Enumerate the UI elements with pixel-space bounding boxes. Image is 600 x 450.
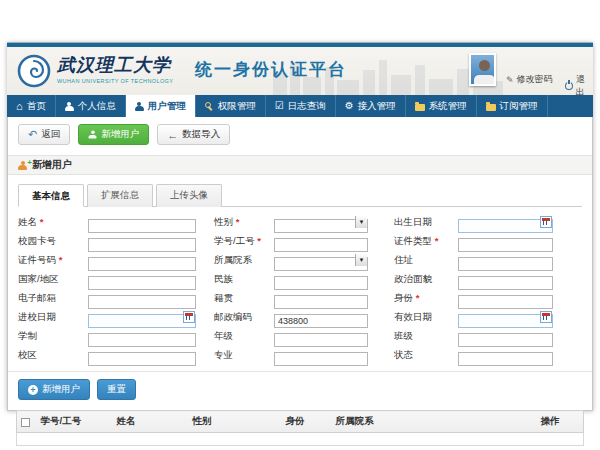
nav-item-label: 用户管理: [148, 100, 186, 113]
address-input[interactable]: [458, 257, 553, 271]
required-marker: *: [233, 216, 239, 227]
dropdown-icon[interactable]: ▼: [355, 254, 367, 266]
platform-title: 统一身份认证平台: [195, 58, 347, 81]
logout-link[interactable]: 退出: [565, 73, 593, 95]
university-name-en: WUHAN UNIVERSITY OF TECHNOLOGY: [57, 78, 173, 84]
nav-item-subscription-mgmt[interactable]: 订阅管理: [477, 95, 548, 117]
add-user-icon: [89, 130, 97, 138]
tab-extended-info[interactable]: 扩展信息: [87, 184, 153, 207]
status-label: 状态: [394, 349, 458, 362]
plus-circle-icon: +: [28, 385, 38, 395]
tab-basic-info[interactable]: 基本信息: [18, 184, 84, 207]
nav-item-access-mgmt[interactable]: ⚙接入管理: [336, 95, 406, 117]
data-import-button[interactable]: ← 数据导入: [157, 124, 230, 145]
valid-date-input[interactable]: [458, 314, 553, 328]
reset-button-label: 重置: [107, 383, 126, 396]
key-icon: [205, 102, 214, 111]
change-password-link[interactable]: ✎ 修改密码: [506, 73, 553, 86]
add-user-toolbar-button[interactable]: 新增用户: [78, 124, 149, 145]
nav-item-label: 日志查询: [288, 100, 326, 113]
ethnicity-input[interactable]: [274, 276, 368, 290]
id-type-label: 证件类型 *: [394, 235, 458, 248]
campus-label: 校区: [18, 349, 88, 362]
column-header: 操作: [537, 411, 584, 433]
import-icon: ←: [167, 129, 178, 141]
select-all-checkbox[interactable]: [21, 418, 30, 427]
name-control: [88, 215, 196, 229]
new-user-form: 姓名 *性别 *▼出生日期校园卡号学号/工号 *证件类型 *证件号码 *所属院系…: [8, 207, 592, 371]
calendar-icon[interactable]: [540, 216, 552, 228]
required-marker: *: [255, 235, 261, 246]
birth-date-label: 出生日期: [394, 216, 458, 229]
reset-button[interactable]: 重置: [97, 379, 136, 400]
campus-input[interactable]: [88, 352, 196, 366]
form-field-class: 班级: [394, 329, 570, 343]
birth-date-input[interactable]: [458, 219, 553, 233]
table-header-row: 学号/工号姓名性别身份所属院系操作: [17, 411, 584, 433]
status-input[interactable]: [458, 352, 553, 366]
user-avatar[interactable]: [469, 53, 496, 86]
empty-table-row: [17, 433, 584, 446]
postal-code-input[interactable]: [274, 314, 368, 328]
id-type-input[interactable]: [458, 238, 553, 252]
add-user-section-icon: +: [18, 161, 27, 170]
calendar-icon[interactable]: [540, 311, 552, 323]
nav-item-user-mgmt[interactable]: 用户管理: [126, 95, 196, 117]
gender-control: ▼: [274, 215, 368, 229]
dropdown-icon[interactable]: ▼: [355, 216, 367, 228]
nav-item-label: 接入管理: [358, 100, 396, 113]
email-control: [88, 291, 196, 305]
campus-card-no-input[interactable]: [88, 238, 196, 252]
id-number-control: [88, 253, 196, 267]
tab-strip: 基本信息扩展信息上传头像: [18, 183, 582, 207]
add-user-submit-label: 新增用户: [42, 383, 80, 396]
campus-card-no-label: 校园卡号: [18, 235, 88, 248]
name-input[interactable]: [88, 219, 196, 233]
native-place-control: [274, 291, 368, 305]
nav-item-system-mgmt[interactable]: 系统管理: [406, 95, 477, 117]
native-place-input[interactable]: [274, 295, 368, 309]
column-header: 性别: [189, 411, 282, 433]
form-field-campus: 校区: [18, 348, 206, 362]
section-title: 新增用户: [32, 158, 72, 172]
gender-input[interactable]: [274, 219, 368, 233]
folder-icon: [486, 104, 496, 111]
form-field-department: 所属院系▼: [214, 253, 386, 267]
form-field-student-id: 学号/工号 *: [214, 234, 386, 248]
valid-date-control: [458, 310, 553, 324]
student-id-input[interactable]: [274, 238, 368, 252]
education-length-input[interactable]: [88, 333, 196, 347]
nav-item-label: 系统管理: [429, 100, 467, 113]
political-status-input[interactable]: [458, 276, 553, 290]
nav-item-home[interactable]: ⌂首页: [7, 95, 56, 117]
form-field-major: 专业: [214, 348, 386, 362]
id-number-input[interactable]: [88, 257, 196, 271]
department-input[interactable]: [274, 257, 368, 271]
nav-item-label: 首页: [27, 100, 46, 113]
back-button[interactable]: ↶ 返回: [18, 124, 70, 145]
back-icon: ↶: [28, 128, 37, 141]
class-label: 班级: [394, 330, 458, 343]
nav-item-permission-mgmt[interactable]: 权限管理: [196, 95, 266, 117]
grade-input[interactable]: [274, 333, 368, 347]
valid-date-label: 有效日期: [394, 311, 458, 324]
header: 武汉理工大学 WUHAN UNIVERSITY OF TECHNOLOGY 统一…: [7, 47, 593, 95]
ethnicity-label: 民族: [214, 273, 274, 286]
university-name: 武汉理工大学: [57, 53, 173, 77]
country-region-input[interactable]: [88, 276, 196, 290]
department-control: ▼: [274, 253, 368, 267]
postal-code-control: [274, 310, 368, 324]
nav-item-profile[interactable]: 个人信息: [56, 95, 126, 117]
tab-upload-avatar[interactable]: 上传头像: [156, 184, 222, 207]
add-user-submit-button[interactable]: + 新增用户: [18, 379, 90, 400]
major-input[interactable]: [274, 352, 368, 366]
calendar-icon[interactable]: [183, 311, 195, 323]
power-icon: [565, 82, 573, 90]
enroll-date-input[interactable]: [88, 314, 196, 328]
email-input[interactable]: [88, 295, 196, 309]
class-input[interactable]: [458, 333, 553, 347]
nav-item-log-query[interactable]: ☑日志查询: [266, 95, 336, 117]
student-id-control: [274, 234, 368, 248]
form-field-gender: 性别 *▼: [214, 215, 386, 229]
identity-input[interactable]: [458, 295, 553, 309]
